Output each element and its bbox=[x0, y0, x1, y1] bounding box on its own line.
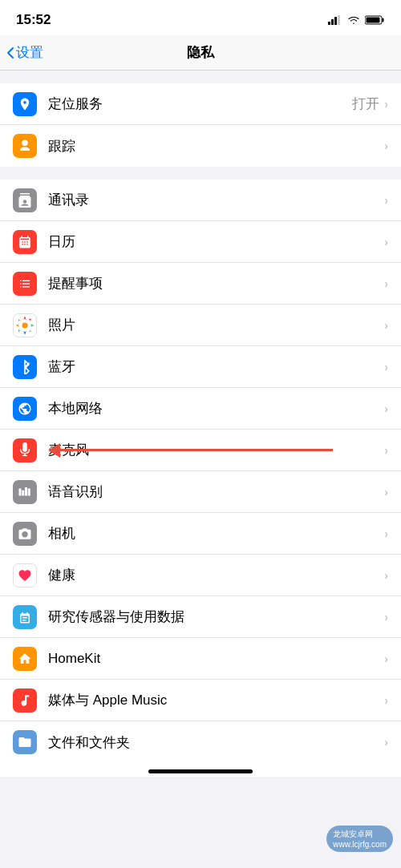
camera-icon bbox=[13, 522, 37, 546]
speech-label: 语音识别 bbox=[48, 482, 384, 501]
list-item-location-services[interactable]: 定位服务 打开 › bbox=[0, 83, 401, 125]
health-icon bbox=[13, 563, 37, 587]
tracking-icon bbox=[13, 134, 37, 158]
homekit-chevron: › bbox=[384, 652, 388, 665]
bluetooth-icon bbox=[13, 355, 37, 379]
local-network-icon bbox=[13, 397, 37, 421]
files-icon bbox=[13, 730, 37, 754]
nav-bar: 设置 隐私 bbox=[0, 35, 401, 71]
calendar-label: 日历 bbox=[48, 232, 384, 251]
list-item-calendar[interactable]: 日历 › bbox=[0, 221, 401, 263]
health-chevron: › bbox=[384, 569, 388, 582]
list-item-files[interactable]: 文件和文件夹 › bbox=[0, 721, 401, 763]
battery-icon bbox=[365, 15, 385, 25]
list-item-research[interactable]: 研究传感器与使用数据 › bbox=[0, 596, 401, 638]
reminders-label: 提醒事项 bbox=[48, 274, 384, 293]
list-item-homekit[interactable]: HomeKit › bbox=[0, 638, 401, 680]
local-network-chevron: › bbox=[384, 402, 388, 415]
reminders-icon bbox=[13, 272, 37, 296]
photos-label: 照片 bbox=[48, 316, 384, 334]
list-item-microphone[interactable]: 麦克风 › bbox=[0, 430, 401, 471]
contacts-chevron: › bbox=[384, 194, 388, 207]
wifi-icon bbox=[347, 15, 360, 25]
speech-chevron: › bbox=[384, 486, 388, 499]
media-icon bbox=[13, 688, 37, 713]
calendar-chevron: › bbox=[384, 236, 388, 248]
list-item-contacts[interactable]: 通讯录 › bbox=[0, 180, 401, 221]
research-label: 研究传感器与使用数据 bbox=[48, 608, 384, 626]
watermark: 龙城安卓网www.lcjrfg.com bbox=[326, 826, 393, 852]
microphone-icon bbox=[13, 438, 37, 462]
photos-chevron: › bbox=[384, 319, 388, 332]
contacts-icon bbox=[13, 188, 37, 212]
svg-rect-3 bbox=[338, 15, 340, 25]
location-services-label: 定位服务 bbox=[48, 95, 352, 113]
local-network-label: 本地网络 bbox=[48, 399, 384, 418]
list-item-bluetooth[interactable]: 蓝牙 › bbox=[0, 346, 401, 388]
list-item-local-network[interactable]: 本地网络 › bbox=[0, 388, 401, 430]
list-item-photos[interactable]: 照片 › bbox=[0, 305, 401, 346]
bluetooth-label: 蓝牙 bbox=[48, 357, 384, 376]
list-item-health[interactable]: 健康 › bbox=[0, 555, 401, 596]
media-label: 媒体与 Apple Music bbox=[48, 691, 384, 709]
research-chevron: › bbox=[384, 611, 388, 624]
camera-chevron: › bbox=[384, 527, 388, 540]
research-icon bbox=[13, 605, 37, 629]
media-chevron: › bbox=[384, 694, 388, 707]
arrow-annotation bbox=[48, 443, 333, 458]
svg-rect-0 bbox=[328, 22, 330, 25]
signal-icon bbox=[328, 15, 342, 25]
tracking-chevron: › bbox=[384, 139, 388, 152]
speech-icon bbox=[13, 480, 37, 504]
svg-rect-1 bbox=[331, 19, 334, 25]
location-services-icon bbox=[13, 92, 37, 116]
microphone-chevron: › bbox=[384, 444, 388, 457]
svg-rect-5 bbox=[383, 18, 384, 22]
calendar-icon bbox=[13, 230, 37, 254]
svg-rect-2 bbox=[334, 17, 337, 25]
list-item-speech[interactable]: 语音识别 › bbox=[0, 471, 401, 513]
svg-point-7 bbox=[22, 322, 28, 328]
svg-rect-8 bbox=[22, 442, 26, 452]
status-time: 15:52 bbox=[16, 12, 51, 28]
section-location: 定位服务 打开 › 跟踪 › bbox=[0, 83, 401, 167]
homekit-label: HomeKit bbox=[48, 651, 384, 667]
status-icons bbox=[328, 15, 385, 25]
photos-icon bbox=[13, 313, 37, 337]
list-item-reminders[interactable]: 提醒事项 › bbox=[0, 263, 401, 305]
bluetooth-chevron: › bbox=[384, 361, 388, 373]
back-button[interactable]: 设置 bbox=[6, 43, 43, 62]
list-item-camera[interactable]: 相机 › bbox=[0, 513, 401, 555]
reminders-chevron: › bbox=[384, 277, 388, 290]
back-label: 设置 bbox=[16, 43, 43, 62]
contacts-label: 通讯录 bbox=[48, 191, 384, 209]
camera-label: 相机 bbox=[48, 524, 384, 543]
location-services-chevron: › bbox=[384, 98, 388, 111]
list-item-tracking[interactable]: 跟踪 › bbox=[0, 125, 401, 167]
home-bar bbox=[148, 769, 253, 773]
back-chevron-icon bbox=[6, 46, 14, 59]
home-indicator bbox=[0, 763, 401, 777]
status-bar: 15:52 bbox=[0, 0, 401, 35]
page-title: 隐私 bbox=[187, 43, 214, 62]
list-item-media[interactable]: 媒体与 Apple Music › bbox=[0, 680, 401, 721]
section-permissions: 通讯录 › 日历 › 提醒事项 › bbox=[0, 180, 401, 763]
health-label: 健康 bbox=[48, 566, 384, 584]
homekit-icon bbox=[13, 647, 37, 671]
files-chevron: › bbox=[384, 736, 388, 749]
tracking-label: 跟踪 bbox=[48, 137, 384, 155]
location-services-value: 打开 bbox=[352, 95, 379, 113]
svg-rect-6 bbox=[367, 18, 380, 23]
files-label: 文件和文件夹 bbox=[48, 733, 384, 752]
